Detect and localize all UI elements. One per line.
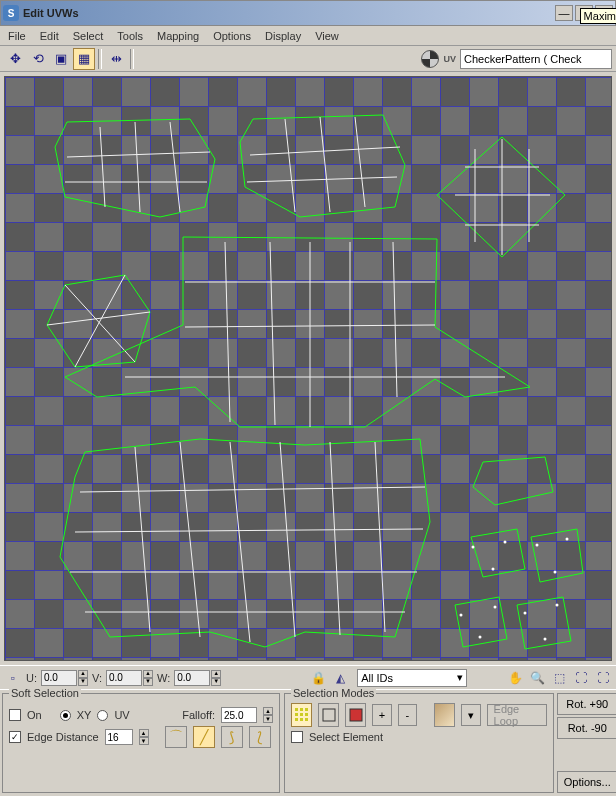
- move-tool-icon[interactable]: ✥: [4, 48, 26, 70]
- edge-loop-button[interactable]: Edge Loop: [487, 704, 547, 726]
- falloff-input[interactable]: [221, 707, 257, 723]
- u-spinner[interactable]: ▲▼: [41, 670, 88, 686]
- selection-modes-legend: Selection Modes: [291, 687, 376, 699]
- uv-label: UV: [114, 709, 129, 721]
- svg-marker-44: [471, 529, 525, 577]
- uv-viewport[interactable]: [4, 76, 612, 661]
- svg-marker-46: [455, 597, 507, 647]
- svg-marker-19: [47, 275, 150, 367]
- u-input[interactable]: [41, 670, 77, 686]
- show-map-icon[interactable]: [421, 50, 439, 68]
- svg-point-56: [479, 636, 482, 639]
- falloff-fast-icon[interactable]: ⟅: [249, 726, 271, 748]
- freeform-tool-icon[interactable]: ▦: [73, 48, 95, 70]
- svg-point-57: [524, 612, 527, 615]
- on-label: On: [27, 709, 42, 721]
- svg-line-36: [280, 442, 295, 637]
- titlebar: S Edit UVWs — ▢ ✕ Maxim: [0, 0, 616, 26]
- edge-distance-label: Edge Distance: [27, 731, 99, 743]
- paint-options-button[interactable]: ▾: [461, 704, 480, 726]
- svg-marker-47: [517, 597, 571, 649]
- filter-selected-icon[interactable]: ◭: [331, 669, 349, 687]
- soft-selection-legend: Soft Selection: [9, 687, 81, 699]
- zoom-icon[interactable]: 🔍: [528, 669, 546, 687]
- svg-marker-12: [437, 137, 565, 257]
- xy-radio[interactable]: [60, 710, 71, 721]
- svg-marker-23: [65, 237, 530, 427]
- svg-line-1: [100, 127, 105, 207]
- falloff-smooth-icon[interactable]: ⌒: [165, 726, 187, 748]
- menu-display[interactable]: Display: [265, 30, 301, 42]
- w-label: W:: [157, 672, 170, 684]
- v-input[interactable]: [106, 670, 142, 686]
- scale-tool-icon[interactable]: ▣: [50, 48, 72, 70]
- mirror-tool-icon[interactable]: ⇹: [105, 48, 127, 70]
- shrink-selection-button[interactable]: -: [398, 704, 417, 726]
- svg-point-48: [472, 546, 475, 549]
- falloff-linear-icon[interactable]: ╱: [193, 726, 215, 748]
- svg-marker-43: [473, 457, 553, 505]
- toolbar-separator: [98, 49, 102, 69]
- select-element-checkbox[interactable]: [291, 731, 303, 743]
- zoom-extents-icon[interactable]: ⛶: [572, 669, 590, 687]
- options-button[interactable]: Options...: [557, 771, 616, 793]
- w-input[interactable]: [174, 670, 210, 686]
- svg-point-49: [504, 541, 507, 544]
- menu-mapping[interactable]: Mapping: [157, 30, 199, 42]
- material-id-dropdown[interactable]: All IDs▾: [357, 669, 467, 687]
- rotate-minus-90-button[interactable]: Rot. -90: [557, 717, 616, 739]
- texture-map-dropdown[interactable]: CheckerPattern ( Check: [460, 49, 612, 69]
- paint-select-icon[interactable]: [434, 703, 455, 727]
- edge-distance-input[interactable]: [105, 729, 133, 745]
- pan-icon[interactable]: ✋: [506, 669, 524, 687]
- toolbar-separator: [130, 49, 134, 69]
- v-spinner[interactable]: ▲▼: [106, 670, 153, 686]
- menu-view[interactable]: View: [315, 30, 339, 42]
- svg-point-54: [460, 614, 463, 617]
- lock-selection-icon[interactable]: 🔒: [309, 669, 327, 687]
- face-mode-button[interactable]: [345, 703, 366, 727]
- vertex-mode-button[interactable]: [291, 703, 312, 727]
- select-element-label: Select Element: [309, 731, 383, 743]
- svg-line-38: [375, 442, 385, 632]
- svg-point-59: [544, 638, 547, 641]
- maximize-tooltip: Maxim: [580, 8, 616, 24]
- rotate-tool-icon[interactable]: ⟲: [27, 48, 49, 70]
- absolute-mode-icon[interactable]: ▫: [4, 669, 22, 687]
- svg-point-50: [492, 568, 495, 571]
- svg-point-52: [566, 538, 569, 541]
- viewport-container: [0, 72, 616, 665]
- svg-line-25: [270, 242, 275, 425]
- window-title: Edit UVWs: [23, 7, 555, 19]
- grow-selection-button[interactable]: +: [372, 704, 391, 726]
- edge-distance-checkbox[interactable]: ✓: [9, 731, 21, 743]
- svg-line-4: [67, 152, 210, 157]
- on-checkbox[interactable]: [9, 709, 21, 721]
- right-button-column: Rot. +90 Rot. -90 Options...: [556, 690, 616, 796]
- minimize-button[interactable]: —: [555, 5, 573, 21]
- edge-mode-button[interactable]: [318, 703, 339, 727]
- menu-select[interactable]: Select: [73, 30, 104, 42]
- zoom-extents-selected-icon[interactable]: ⛶: [594, 669, 612, 687]
- svg-point-55: [494, 606, 497, 609]
- svg-marker-45: [531, 529, 583, 582]
- svg-line-40: [75, 529, 423, 532]
- w-spinner[interactable]: ▲▼: [174, 670, 221, 686]
- menu-edit[interactable]: Edit: [40, 30, 59, 42]
- menu-file[interactable]: File: [8, 30, 26, 42]
- falloff-slow-icon[interactable]: ⟆: [221, 726, 243, 748]
- u-label: U:: [26, 672, 37, 684]
- menu-tools[interactable]: Tools: [117, 30, 143, 42]
- svg-line-9: [355, 117, 365, 207]
- uv-channel-label: UV: [443, 54, 456, 64]
- menu-options[interactable]: Options: [213, 30, 251, 42]
- uv-radio[interactable]: [97, 710, 108, 721]
- svg-line-8: [320, 117, 330, 212]
- svg-marker-0: [55, 119, 215, 217]
- svg-line-3: [170, 122, 180, 212]
- zoom-region-icon[interactable]: ⬚: [550, 669, 568, 687]
- rotate-plus-90-button[interactable]: Rot. +90: [557, 693, 616, 715]
- svg-line-37: [330, 442, 340, 635]
- svg-point-58: [556, 604, 559, 607]
- svg-point-51: [536, 544, 539, 547]
